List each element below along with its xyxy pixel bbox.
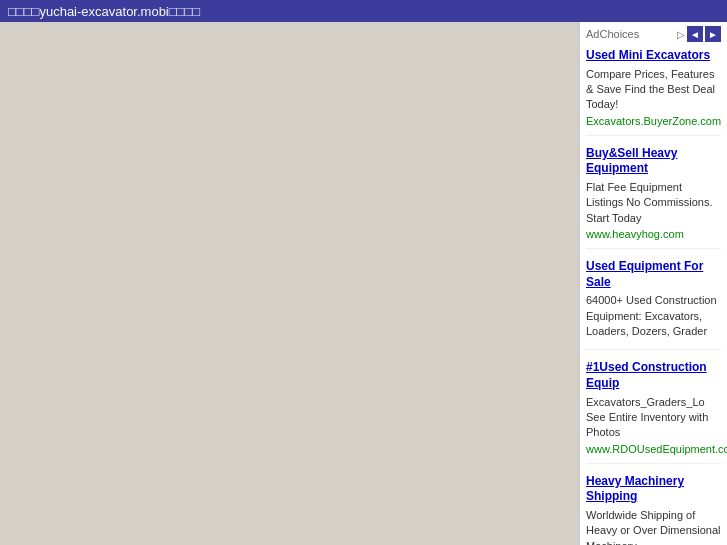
ad-description: Excavators_Graders_Lo See Entire Invento…	[586, 395, 721, 441]
ad-block: Used Mini ExcavatorsCompare Prices, Feat…	[586, 48, 721, 136]
prev-button[interactable]: ◄	[687, 26, 703, 42]
left-panel	[0, 22, 579, 545]
ad-title[interactable]: Buy&Sell Heavy Equipment	[586, 146, 721, 177]
right-panel: AdChoices ▷ ◄ ► Used Mini ExcavatorsComp…	[579, 22, 727, 545]
ad-choices-icon: ▷ ◄ ►	[677, 26, 721, 42]
ad-url: www.heavyhog.com	[586, 228, 721, 240]
ad-title[interactable]: Used Equipment For Sale	[586, 259, 721, 290]
top-bar-label: □□□□yuchai-excavator.mobi□□□□	[8, 4, 200, 19]
ad-choices-bar: AdChoices ▷ ◄ ►	[586, 26, 721, 42]
ad-block: #1Used Construction EquipExcavators_Grad…	[586, 360, 721, 463]
ad-description: Flat Fee Equipment Listings No Commissio…	[586, 180, 721, 226]
ad-block: Buy&Sell Heavy EquipmentFlat Fee Equipme…	[586, 146, 721, 249]
ad-description: 64000+ Used Construction Equipment: Exca…	[586, 293, 721, 339]
ad-url: Excavators.BuyerZone.com	[586, 115, 721, 127]
ad-title[interactable]: Heavy Machinery Shipping	[586, 474, 721, 505]
ad-description: Compare Prices, Features & Save Find the…	[586, 67, 721, 113]
top-bar: □□□□yuchai-excavator.mobi□□□□	[0, 0, 727, 22]
main-content: AdChoices ▷ ◄ ► Used Mini ExcavatorsComp…	[0, 22, 727, 545]
ad-description: Worldwide Shipping of Heavy or Over Dime…	[586, 508, 721, 545]
ad-block: Used Equipment For Sale64000+ Used Const…	[586, 259, 721, 350]
next-button[interactable]: ►	[705, 26, 721, 42]
ads-container: Used Mini ExcavatorsCompare Prices, Feat…	[586, 48, 721, 545]
ad-title[interactable]: Used Mini Excavators	[586, 48, 721, 64]
ad-choices-text: AdChoices	[586, 28, 639, 40]
ad-url: www.RDOUsedEquipment.co...	[586, 443, 721, 455]
ad-block: Heavy Machinery ShippingWorldwide Shippi…	[586, 474, 721, 545]
ad-title[interactable]: #1Used Construction Equip	[586, 360, 721, 391]
ad-triangle-icon: ▷	[677, 29, 685, 40]
